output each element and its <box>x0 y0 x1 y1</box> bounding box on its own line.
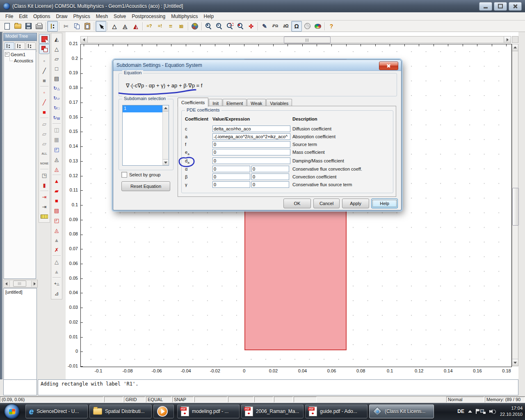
point-mode-icon[interactable]: ∂²Ω <box>270 21 281 32</box>
tangent-frame-icon[interactable]: ▱ <box>39 129 50 139</box>
collapse-icon[interactable] <box>5 52 9 57</box>
cut-icon[interactable]: ✂ <box>61 21 71 32</box>
network-icon[interactable] <box>480 409 486 414</box>
scale-object-icon[interactable]: ◳ <box>39 170 50 180</box>
snap-toggle[interactable]: SNAP <box>172 397 194 402</box>
mirror-object-icon[interactable]: ◫ <box>51 125 62 135</box>
scroll-right-arrow[interactable] <box>31 281 37 287</box>
menu-solve[interactable]: Solve <box>111 13 129 20</box>
hscroll-left-arrow[interactable] <box>81 37 88 43</box>
menu-postprocessing[interactable]: Postprocessing <box>129 13 168 20</box>
extrude-outline-icon[interactable]: ▤ <box>51 73 62 83</box>
equal-toggle[interactable]: EQUAL <box>146 397 171 402</box>
pan-icon[interactable]: ✜ <box>246 21 256 32</box>
show-hidden-icons-button[interactable] <box>468 410 472 413</box>
embed-triangle-red-icon[interactable]: ◬ <box>51 164 62 174</box>
subdomain-mode-icon[interactable]: Ω <box>291 21 302 32</box>
add-triangle-icon[interactable]: +△ <box>51 278 62 288</box>
measure-ruler-icon[interactable] <box>39 212 50 221</box>
copy-icon[interactable] <box>71 21 82 32</box>
draw-multi-select-icon[interactable] <box>39 44 50 54</box>
solid-triangle-red-icon[interactable]: ▲ <box>51 176 62 186</box>
volume-icon[interactable] <box>489 409 495 414</box>
taskbar-raman-pdf[interactable]: PDF2006_Raman_Ma... <box>241 404 304 418</box>
zoom-window-icon[interactable] <box>224 21 235 32</box>
taskbar-sciencedirect[interactable]: eScienceDirect - U... <box>25 404 88 418</box>
value-input-β-1[interactable] <box>212 173 250 180</box>
revolve-triangle-icon[interactable]: ↻△ <box>51 83 62 93</box>
hscroll-right-arrow[interactable] <box>504 37 511 43</box>
model-tree-toggle-icon[interactable] <box>47 21 58 32</box>
value-input-α-2[interactable] <box>251 166 289 172</box>
paste-icon[interactable] <box>82 21 93 32</box>
save-file-icon[interactable] <box>23 21 34 32</box>
update-model-icon[interactable]: ≌ <box>176 21 187 32</box>
value-input-c[interactable] <box>212 126 290 132</box>
menu-physics[interactable]: Physics <box>70 13 93 20</box>
value-input-γ-1[interactable] <box>212 181 250 188</box>
draw-rectangle-red-icon[interactable]: ■ <box>39 107 50 117</box>
taskbar-comsol[interactable]: (Class Kit Licens... <box>369 404 434 418</box>
minimize-button[interactable] <box>479 2 492 11</box>
menu-edit[interactable]: Edit <box>16 13 30 20</box>
cancel-button[interactable]: Cancel <box>313 199 340 208</box>
open-file-icon[interactable] <box>12 21 23 32</box>
plot-vscrollbar[interactable] <box>512 44 518 366</box>
copy-red-icon[interactable]: ◰ <box>51 215 62 225</box>
taskbar-spatial-folder[interactable]: Spatial Distributi... <box>89 404 152 418</box>
action-center-icon[interactable] <box>476 409 477 414</box>
list-scroll-up[interactable] <box>163 105 168 112</box>
zoom-out-icon[interactable] <box>214 21 224 32</box>
solid-extrude-red-icon[interactable]: ▤ <box>51 205 62 215</box>
menu-mesh[interactable]: Mesh <box>93 13 111 20</box>
menu-file[interactable]: File <box>2 13 16 20</box>
print-icon[interactable] <box>34 21 44 32</box>
subdomain-list[interactable]: 1 <box>122 105 169 166</box>
hscroll-thumb[interactable] <box>284 37 331 43</box>
plot-parameters-icon[interactable] <box>189 21 200 32</box>
new-file-icon[interactable] <box>2 21 12 32</box>
draw-line-icon[interactable]: ╱ <box>39 66 50 75</box>
postprocessing-mode-icon[interactable] <box>313 21 323 32</box>
array-object-icon[interactable]: ▦ <box>51 135 62 144</box>
delete-selected-icon[interactable]: ✗ <box>51 245 62 255</box>
angle-triangle-icon[interactable]: ⊿ <box>51 288 62 298</box>
plot-hscrollbar[interactable] <box>80 36 511 43</box>
nested-red-icon[interactable]: ◬ <box>51 225 62 235</box>
tab-coefficients[interactable]: Coefficients <box>178 98 208 107</box>
boundary-mode-icon[interactable]: ∂Ω <box>281 21 291 32</box>
menu-multiphysics[interactable]: Multiphysics <box>168 13 201 20</box>
pointer-select-icon[interactable] <box>96 21 106 32</box>
triangle-gray-icon[interactable]: ▲ <box>51 267 62 276</box>
restart-solver-icon[interactable]: =! <box>155 21 165 32</box>
draw-point-icon[interactable]: ◦ <box>39 56 50 66</box>
mesh-mode-icon[interactable] <box>302 21 313 32</box>
solid-polygon-red-icon[interactable]: ▰ <box>51 186 62 196</box>
scroll-thumb[interactable] <box>13 281 26 287</box>
language-indicator[interactable]: DE <box>457 409 464 414</box>
subdomain-list-scrollbar[interactable] <box>162 105 169 165</box>
zoom-in-icon[interactable] <box>203 21 214 32</box>
select-all-icon[interactable]: ALL <box>39 148 50 158</box>
import-geometry-icon[interactable]: ⇥ <box>39 192 50 202</box>
help-button[interactable]: Help <box>371 199 398 208</box>
value-input-α-1[interactable] <box>212 166 250 172</box>
list-scroll-down[interactable] <box>163 159 168 165</box>
draw-object-select-icon[interactable] <box>39 34 50 44</box>
rectangle-outline-icon[interactable]: □ <box>51 64 62 73</box>
solve-icon[interactable]: = <box>165 21 176 32</box>
menu-help[interactable]: Help <box>201 13 217 20</box>
revolve-rectangle-icon[interactable]: ↻□ <box>51 103 62 113</box>
polygon-outline-icon[interactable]: ▱ <box>51 54 62 64</box>
taskbar-guide-pdf[interactable]: PDFguide.pdf - Ado... <box>305 404 368 418</box>
close-button[interactable] <box>509 2 522 11</box>
revolve-polygon-icon[interactable]: ↻▱ <box>51 93 62 103</box>
draw-line-red-icon[interactable]: ╱ <box>39 97 50 107</box>
coerce-solid-icon[interactable]: ▱ <box>39 139 50 148</box>
zoom-extents-icon[interactable] <box>235 21 246 32</box>
taskbar-media-player[interactable] <box>153 404 174 418</box>
taskbar-modeling-pdf[interactable]: PDFmodeling.pdf - ... <box>177 404 240 418</box>
grid-toggle[interactable]: GRID <box>124 397 145 402</box>
value-input-d[interactable] <box>212 158 290 164</box>
solver-parameters-icon[interactable]: =? <box>144 21 155 32</box>
